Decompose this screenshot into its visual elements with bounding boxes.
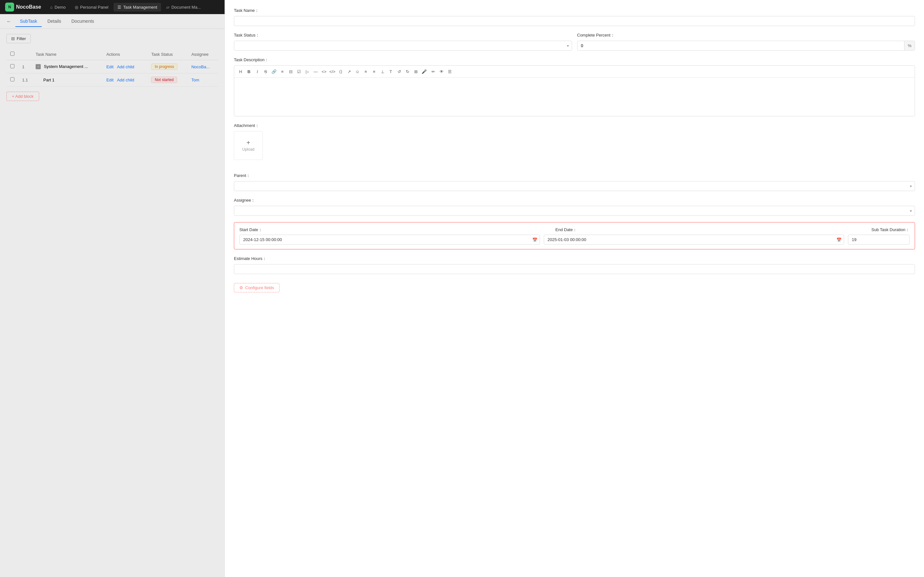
code-btn[interactable]: <> xyxy=(320,68,328,75)
tab-documents[interactable]: Documents xyxy=(67,16,99,27)
date-range-col-labels: Start Date： End Date： Sub Task Duration： xyxy=(239,227,909,233)
right-panel: Task Name： Task Status： In progress Not … xyxy=(225,0,924,577)
add-child-link-2[interactable]: Add child xyxy=(117,77,134,82)
col-num xyxy=(18,48,32,60)
nav-task-management[interactable]: ☰ Task Management xyxy=(113,3,161,11)
nav-personal-panel[interactable]: ◎ Personal Panel xyxy=(71,3,112,11)
configure-fields-button[interactable]: ⚙ Configure fields xyxy=(234,283,279,292)
logo-text: NocoBase xyxy=(16,4,41,10)
parent-label: Parent： xyxy=(234,173,915,179)
play-btn[interactable]: ▷ xyxy=(304,68,311,75)
start-date-label: Start Date： xyxy=(239,227,551,233)
redo-btn[interactable]: ↻ xyxy=(404,68,411,75)
app-logo: N NocoBase xyxy=(5,3,41,11)
date-range-box: Start Date： End Date： Sub Task Duration：… xyxy=(234,222,915,250)
preview-btn[interactable]: 👁 xyxy=(438,68,445,75)
attachment-label: Attachment： xyxy=(234,123,915,129)
gear-icon: ⚙ xyxy=(239,285,243,290)
estimate-hours-section: Estimate Hours： xyxy=(234,256,915,274)
start-date-wrap: 📅 xyxy=(239,235,540,245)
row-checkbox[interactable] xyxy=(10,64,15,68)
assignee-select-wrap: Tom ▾ xyxy=(234,206,915,216)
tasks-icon: ☰ xyxy=(118,5,121,10)
task-table: Task Name Actions Task Status Assignee 1… xyxy=(6,48,218,87)
heading-btn[interactable]: H xyxy=(237,68,244,75)
list-btn[interactable]: ☰ xyxy=(446,68,454,75)
font-btn[interactable]: T xyxy=(387,68,395,75)
end-date-input[interactable] xyxy=(544,235,845,245)
parent-select[interactable] xyxy=(234,181,915,191)
assignee-section: Assignee： Tom ▾ xyxy=(234,197,915,216)
task-status-select[interactable]: In progress Not started Done xyxy=(234,41,572,51)
select-all-checkbox[interactable] xyxy=(10,52,15,56)
italic-btn[interactable]: I xyxy=(254,68,261,75)
editor-content[interactable] xyxy=(234,77,915,116)
status-badge: Not started xyxy=(151,77,177,83)
row-checkbox[interactable] xyxy=(10,77,15,81)
left-panel: N NocoBase ⌂ Demo ◎ Personal Panel ☰ Tas… xyxy=(0,0,225,577)
upload-area[interactable]: + Upload xyxy=(234,131,263,160)
nav-document[interactable]: ▱ Document Ma... xyxy=(162,3,205,11)
parent-select-wrap: ▾ xyxy=(234,181,915,191)
filter-icon: ⊟ xyxy=(11,36,15,41)
expand-icon[interactable]: − xyxy=(36,64,41,69)
content-area: ⊟ Filter Task Name Actions Task Status A… xyxy=(0,29,225,577)
link-btn[interactable]: 🔗 xyxy=(270,68,278,75)
assignee-select[interactable]: Tom xyxy=(234,206,915,216)
duration-input[interactable] xyxy=(848,235,909,245)
row-status: Not started xyxy=(147,73,187,87)
add-child-link-1[interactable]: Add child xyxy=(117,64,134,69)
upload-label: Upload xyxy=(242,147,254,152)
bold-btn[interactable]: B xyxy=(245,68,253,75)
task-description-section: Task Description： H B I S 🔗 ≡ ⊟ ☑ ▷ — <>… xyxy=(234,57,915,116)
edit-link-1[interactable]: Edit xyxy=(106,64,113,69)
ordered-list-btn[interactable]: ⊟ xyxy=(287,68,294,75)
row-num: 1 xyxy=(18,60,32,73)
home-icon: ⌂ xyxy=(50,5,53,10)
filter-button[interactable]: ⊟ Filter xyxy=(6,34,31,43)
task-name-label: Task Name： xyxy=(234,8,915,13)
attachment-section: Attachment： + Upload xyxy=(234,123,915,166)
complete-percent-label: Complete Percent： xyxy=(577,32,915,38)
row-status: In progress xyxy=(147,60,187,73)
task-list-btn[interactable]: ☑ xyxy=(295,68,303,75)
top-nav: N NocoBase ⌂ Demo ◎ Personal Panel ☰ Tas… xyxy=(0,0,225,14)
edit-link-2[interactable]: Edit xyxy=(106,77,113,82)
row-actions: Edit Add child xyxy=(102,73,147,87)
editor-toolbar: H B I S 🔗 ≡ ⊟ ☑ ▷ — <> </> ⟨⟩ ↗ ☺ ≡ ≡ ⊥ … xyxy=(234,66,915,77)
code-block-btn[interactable]: </> xyxy=(328,68,336,75)
percent-sign: % xyxy=(904,41,915,50)
emoji-btn[interactable]: ☺ xyxy=(354,68,361,75)
inline-code-btn[interactable]: ⟨⟩ xyxy=(337,68,344,75)
undo-btn[interactable]: ↺ xyxy=(395,68,403,75)
table-btn[interactable]: ⊞ xyxy=(412,68,420,75)
strikethrough-btn[interactable]: S xyxy=(262,68,270,75)
edit-btn[interactable]: ✏ xyxy=(429,68,437,75)
estimate-hours-input[interactable] xyxy=(234,264,915,274)
back-button[interactable]: ← xyxy=(6,19,11,24)
parent-section: Parent： ▾ xyxy=(234,173,915,191)
align-right-btn[interactable]: ≡ xyxy=(370,68,378,75)
col-task-name: Task Name xyxy=(32,48,102,60)
start-date-input[interactable] xyxy=(239,235,540,245)
add-block-button[interactable]: + Add block xyxy=(6,92,39,101)
table-row: 1 − System Management ... Edit Add child… xyxy=(6,60,218,73)
indent-btn[interactable]: ⊥ xyxy=(379,68,386,75)
align-left-btn[interactable]: ≡ xyxy=(362,68,370,75)
tab-subtask[interactable]: SubTask xyxy=(15,16,42,27)
task-status-label: Task Status： xyxy=(234,32,572,38)
status-badge: In progress xyxy=(151,63,178,70)
hr-btn[interactable]: — xyxy=(312,68,320,75)
task-status-section: Task Status： In progress Not started Don… xyxy=(234,32,572,51)
task-status-select-wrap: In progress Not started Done ▾ xyxy=(234,41,572,51)
mic-btn[interactable]: 🎤 xyxy=(420,68,428,75)
task-name-input[interactable] xyxy=(234,16,915,26)
row-actions: Edit Add child xyxy=(102,60,147,73)
row-task-name: Part 1 xyxy=(32,73,102,87)
tab-details[interactable]: Details xyxy=(43,16,66,27)
expand-btn[interactable]: ↗ xyxy=(345,68,353,75)
nav-demo[interactable]: ⌂ Demo xyxy=(46,3,69,11)
complete-percent-input[interactable] xyxy=(577,41,905,50)
row-task-name: − System Management ... xyxy=(32,60,102,73)
bullet-list-btn[interactable]: ≡ xyxy=(278,68,286,75)
